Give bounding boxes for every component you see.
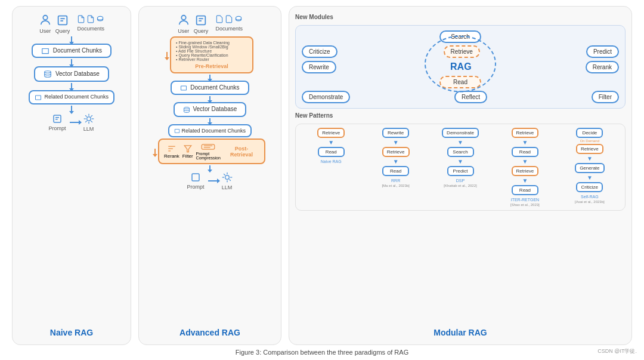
criticize-node: Criticize xyxy=(302,45,338,58)
pre-retrieval-label: Pre-Retrieval xyxy=(176,63,247,69)
adv-query-label: Query xyxy=(194,28,209,34)
dsp-label: DSP xyxy=(456,179,465,183)
retrieve-node: Retrieve xyxy=(444,45,480,58)
adv-vector-db: Vector Database xyxy=(174,102,247,116)
new-modules-label: New Modules xyxy=(295,14,626,20)
svg-marker-29 xyxy=(184,146,191,152)
svg-point-24 xyxy=(236,16,242,20)
rrr-label: RRR xyxy=(391,179,400,183)
pre-arrow xyxy=(166,52,168,58)
svg-line-17 xyxy=(91,115,92,116)
main-container: User Query xyxy=(0,0,644,360)
pre-retrieval-section: • Fine-grained Data Cleaning • Sliding W… xyxy=(166,36,253,73)
adv-prompt: Prompt xyxy=(187,172,204,190)
modules-layout: Search Criticize Retrieve xyxy=(302,30,619,103)
patterns-area: Retrieve ▼ Read Naive RAG Rewrite ▼ Retr… xyxy=(295,124,626,211)
svg-line-40 xyxy=(229,180,230,181)
svg-point-6 xyxy=(45,71,51,73)
read-node: Read xyxy=(439,76,481,88)
advanced-rag-title: Advanced RAG xyxy=(179,323,240,337)
rrr-read: Read xyxy=(382,166,409,176)
modular-rag-panel: New Modules Search Criticiz xyxy=(289,6,632,345)
adv-user-label: User xyxy=(178,28,189,34)
self-arrow1: ▼ xyxy=(587,155,593,162)
svg-point-25 xyxy=(184,107,189,109)
dsp-arrow1: ▼ xyxy=(457,139,463,146)
svg-rect-33 xyxy=(192,174,199,181)
adv-bottom-row: Prompt LLM xyxy=(187,171,233,190)
svg-line-18 xyxy=(85,121,86,122)
iter-sublabel: [Shao et al., 2023] xyxy=(510,203,540,207)
new-patterns-label: New Patterns xyxy=(295,112,626,119)
pattern-dsp: Demonstrate ▼ Search ▼ Predict DSP [Khat… xyxy=(430,128,491,207)
dsp-sublabel: [Khattab et al., 2022] xyxy=(444,184,476,187)
dsp-demonstrate: Demonstrate xyxy=(442,128,479,138)
iter-arrow3: ▼ xyxy=(522,177,528,184)
naive-flow: User Query xyxy=(18,14,125,323)
self-sublabel: [Asai et al., 2023b] xyxy=(575,200,605,204)
diagrams-row: User Query xyxy=(12,6,632,345)
pattern-rrr: Rewrite ▼ Retrieve ▼ Read RRR [Ma et al.… xyxy=(365,128,426,207)
related-chunks-node: Related Document Chunks xyxy=(29,90,114,104)
prompt-compression-item: Prompt Compression xyxy=(196,143,221,160)
query-icon-group: Query xyxy=(55,14,70,34)
pre-retrieval-box: • Fine-grained Data Cleaning • Sliding W… xyxy=(170,36,253,73)
adv-arrow-2 xyxy=(209,96,210,101)
svg-point-0 xyxy=(43,16,47,20)
on-demand-badge: On Demand xyxy=(580,139,599,143)
svg-point-10 xyxy=(86,117,91,121)
svg-line-15 xyxy=(85,115,86,116)
user-label: User xyxy=(39,28,51,34)
naive-retrieve: Retrieve xyxy=(317,128,345,138)
demonstrate-node: Demonstrate xyxy=(302,91,350,103)
self-criticize: Criticize xyxy=(576,182,603,192)
adv-arrow-5 xyxy=(209,165,210,170)
user-icon-group: User xyxy=(39,14,52,34)
naive-read: Read xyxy=(318,147,345,157)
iter-arrow2: ▼ xyxy=(522,158,528,165)
iter-retrieve2: Retrieve xyxy=(512,166,539,176)
naive-rag-label: Naive RAG xyxy=(321,159,342,164)
adv-top-row: User Query xyxy=(177,14,243,34)
figure-caption: Figure 3: Comparison between the three p… xyxy=(12,345,632,357)
dsp-predict: Predict xyxy=(447,166,474,176)
bottom-row: Prompt LLM xyxy=(48,113,94,132)
pattern-self-rag: Decide On Demand Retrieve ▼ Generate ▼ C… xyxy=(559,128,620,207)
post-label: Post-Retrieval xyxy=(224,146,259,158)
adv-user-icon: User xyxy=(177,14,190,34)
search-node: Search xyxy=(439,30,481,43)
documents-label: Documents xyxy=(77,26,104,32)
self-decide: Decide xyxy=(576,128,603,138)
advanced-rag-panel: User Query xyxy=(138,6,281,345)
adv-related-chunks: Related Document Chunks xyxy=(168,124,252,138)
svg-rect-30 xyxy=(202,144,215,149)
prompt-icon-group: Prompt xyxy=(48,113,66,131)
rrr-rewrite: Rewrite xyxy=(382,128,409,138)
prompt-to-llm-arrow xyxy=(70,122,79,123)
self-arrow2: ▼ xyxy=(587,174,593,181)
modular-container: New Modules Search Criticiz xyxy=(295,14,626,323)
adv-query-icon: Query xyxy=(194,14,209,34)
dsp-arrow2: ▼ xyxy=(457,158,463,165)
rag-center: RAG xyxy=(444,60,478,73)
rerank-node: Rerank xyxy=(586,61,619,73)
rrr-retrieve: Retrieve xyxy=(382,147,410,157)
svg-line-16 xyxy=(91,121,92,122)
adv-arrow-1 xyxy=(209,75,210,79)
svg-point-5 xyxy=(98,16,103,20)
adv-llm: LLM xyxy=(221,171,233,190)
self-generate: Generate xyxy=(575,163,604,173)
arrow-3 xyxy=(71,83,72,89)
svg-line-39 xyxy=(224,174,225,175)
svg-point-34 xyxy=(225,176,229,180)
modular-rag-title: Modular RAG xyxy=(434,323,487,337)
query-label: Query xyxy=(55,28,70,34)
reflect-node: Reflect xyxy=(454,91,487,103)
post-arrow xyxy=(154,149,156,155)
arrow-1 xyxy=(71,36,72,42)
pattern-iter-retgen: Retrieve ▼ Read ▼ Retrieve ▼ Read ITER-R… xyxy=(494,128,555,207)
adv-documents-label: Documents xyxy=(215,26,243,32)
iter-retrieve1: Retrieve xyxy=(512,128,539,138)
dsp-search: Search xyxy=(447,147,474,157)
iter-label: ITER-RETGEN xyxy=(511,198,539,202)
